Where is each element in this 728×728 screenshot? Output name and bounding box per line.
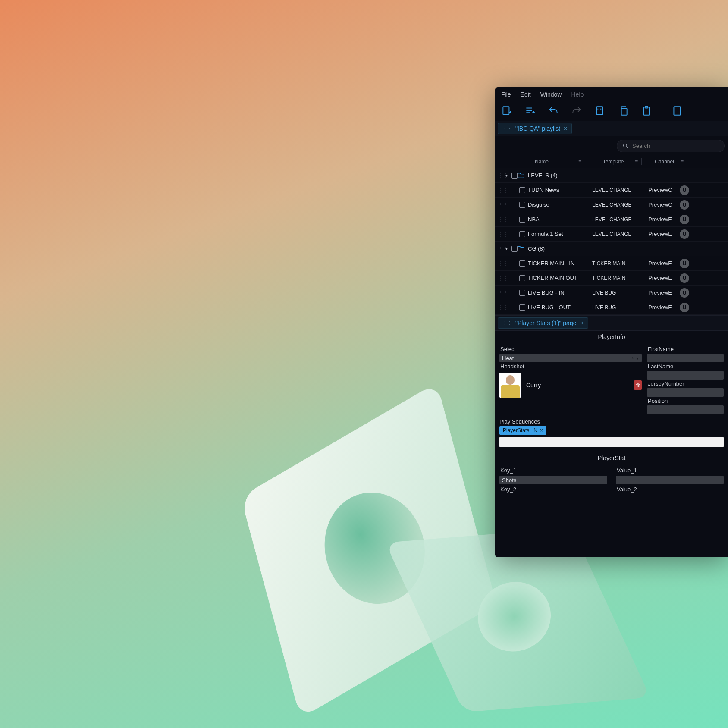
checkbox[interactable] [519, 217, 525, 223]
menu-window[interactable]: Window [540, 91, 562, 98]
sequence-chip[interactable]: PlayerStats_IN × [499, 426, 546, 435]
undo-icon[interactable] [548, 105, 559, 116]
checkbox[interactable] [519, 187, 525, 193]
search-icon [622, 143, 629, 149]
tab-playlist[interactable]: ⋮⋮ "IBC QA" playlist × [498, 123, 572, 134]
chevron-down-icon[interactable]: ▾ [505, 246, 511, 251]
table-row[interactable]: ⋮⋮ TICKER MAIN OUT TICKER MAIN PreviewE … [495, 271, 728, 286]
drag-grip-icon[interactable]: ⋮⋮ [498, 202, 505, 208]
drag-grip-icon[interactable]: ⋮⋮ [498, 275, 505, 281]
drag-grip-icon[interactable]: ⋮⋮ [498, 260, 505, 267]
close-icon[interactable]: × [580, 320, 583, 326]
search-input[interactable] [632, 143, 719, 149]
col-name[interactable]: Name [535, 159, 549, 165]
col-menu-icon[interactable]: ≡ [578, 159, 581, 165]
value2-label: Value_2 [616, 485, 724, 494]
value1-label: Value_1 [616, 466, 724, 475]
drag-grip-icon[interactable]: ⋮⋮ [498, 173, 505, 179]
svg-rect-2 [621, 109, 627, 115]
jersey-input[interactable] [647, 388, 724, 397]
menu-bar: File Edit Window Help [495, 87, 728, 102]
checkbox[interactable] [519, 260, 525, 267]
tab-label: "Player Stats (1)" page [515, 320, 576, 326]
play-sequences-label: Play Sequences [495, 416, 728, 426]
col-menu-icon[interactable]: ≡ [635, 159, 638, 165]
lastname-input[interactable] [647, 371, 724, 380]
document-icon[interactable] [672, 105, 683, 116]
group-row[interactable]: ⋮⋮ ▾ CG (8) [495, 242, 728, 256]
engine-badge: U [680, 259, 689, 268]
checkbox[interactable] [519, 275, 525, 281]
col-template[interactable]: Template [603, 159, 624, 165]
table-row[interactable]: ⋮⋮ TUDN News LEVEL CHANGE PreviewC U [495, 183, 728, 198]
menu-file[interactable]: File [501, 91, 511, 98]
col-channel[interactable]: Channel [655, 159, 674, 165]
engine-badge: U [680, 215, 689, 224]
drag-grip-icon[interactable]: ⋮⋮ [498, 304, 505, 311]
chip-close-icon[interactable]: × [540, 427, 543, 433]
tab-label: "IBC QA" playlist [515, 125, 560, 132]
toolbar [495, 102, 728, 121]
delete-icon[interactable]: 🗑 [634, 380, 642, 390]
engine-badge: U [680, 273, 689, 283]
checkbox[interactable] [511, 246, 518, 252]
key2-label: Key_2 [499, 485, 607, 494]
drag-grip-icon[interactable]: ⋮⋮ [502, 126, 512, 132]
engine-badge: U [680, 303, 689, 312]
svg-point-6 [624, 144, 627, 147]
paste-icon[interactable] [641, 105, 652, 116]
select-dropdown[interactable]: Heat × ▾ [499, 354, 642, 362]
menu-edit[interactable]: Edit [521, 91, 531, 98]
drag-grip-icon[interactable]: ⋮⋮ [498, 246, 505, 252]
checkbox[interactable] [519, 290, 525, 296]
value1-input[interactable] [616, 476, 724, 484]
checkbox[interactable] [519, 202, 525, 208]
playlist-rows: ⋮⋮ ▾ LEVELS (4) ⋮⋮ TUDN News LEVEL CHANG… [495, 168, 728, 315]
firstname-label: FirstName [647, 345, 724, 354]
engine-badge: U [680, 200, 689, 210]
tab-page[interactable]: ⋮⋮ "Player Stats (1)" page × [498, 317, 588, 329]
jersey-label: JerseyNumber [647, 380, 724, 388]
search-bar[interactable] [617, 140, 725, 152]
table-row[interactable]: ⋮⋮ Formula 1 Set LEVEL CHANGE PreviewE U [495, 227, 728, 242]
menu-help[interactable]: Help [571, 91, 584, 98]
position-input[interactable] [647, 405, 724, 414]
drag-grip-icon[interactable]: ⋮⋮ [498, 187, 505, 193]
checkbox[interactable] [511, 173, 518, 179]
lastname-label: LastName [647, 362, 724, 371]
svg-rect-5 [674, 107, 680, 115]
position-label: Position [647, 397, 724, 405]
table-row[interactable]: ⋮⋮ TICKER MAIN - IN TICKER MAIN PreviewE… [495, 256, 728, 271]
close-icon[interactable]: × [564, 125, 567, 132]
drag-grip-icon[interactable]: ⋮⋮ [498, 231, 505, 237]
headshot-name: Curry [526, 382, 541, 389]
sequence-track[interactable] [499, 437, 724, 447]
playlist-tab-bar: ⋮⋮ "IBC QA" playlist × [495, 121, 728, 136]
headshot-thumbnail[interactable] [499, 373, 521, 398]
col-menu-icon[interactable]: ≡ [681, 159, 684, 165]
app-window: File Edit Window Help ⋮⋮ "IBC QA" playli… [495, 87, 728, 557]
table-row[interactable]: ⋮⋮ LIVE BUG - OUT LIVE BUG PreviewE U [495, 300, 728, 315]
engine-badge: U [680, 288, 689, 298]
svg-rect-1 [596, 107, 602, 114]
chevron-down-icon[interactable]: ▾ [505, 173, 511, 178]
drag-grip-icon[interactable]: ⋮⋮ [498, 217, 505, 223]
drag-grip-icon[interactable]: ⋮⋮ [502, 320, 512, 326]
column-header: Name≡ Template≡ Channel≡ [495, 156, 728, 168]
redo-icon [571, 105, 582, 116]
svg-rect-0 [503, 107, 509, 114]
cut-icon[interactable] [594, 105, 606, 116]
table-row[interactable]: ⋮⋮ LIVE BUG - IN LIVE BUG PreviewE U [495, 286, 728, 300]
table-row[interactable]: ⋮⋮ NBA LEVEL CHANGE PreviewE U [495, 212, 728, 227]
firstname-input[interactable] [647, 354, 724, 362]
new-page-icon[interactable] [501, 105, 512, 116]
table-row[interactable]: ⋮⋮ Disguise LEVEL CHANGE PreviewC U [495, 198, 728, 212]
checkbox[interactable] [519, 304, 525, 311]
engine-badge: U [680, 185, 689, 195]
drag-grip-icon[interactable]: ⋮⋮ [498, 290, 505, 296]
add-list-icon[interactable] [524, 105, 536, 116]
key1-input[interactable]: Shots [499, 476, 607, 484]
checkbox[interactable] [519, 231, 525, 237]
group-row[interactable]: ⋮⋮ ▾ LEVELS (4) [495, 168, 728, 183]
copy-icon[interactable] [618, 105, 629, 116]
